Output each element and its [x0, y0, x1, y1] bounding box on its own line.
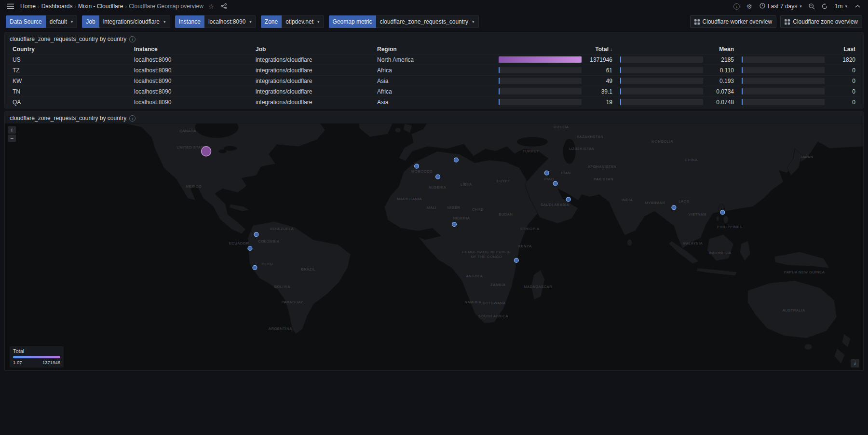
map-data-marker[interactable]: [544, 171, 549, 175]
variable-zone: Zone otlpdev.net▾: [261, 15, 324, 28]
borneo-landmass: [707, 234, 733, 261]
column-header-last[interactable]: Last: [738, 44, 859, 54]
cell-region: Asia: [373, 76, 495, 86]
cell-mean-value: 0.0748: [707, 99, 734, 106]
zoom-in-button[interactable]: +: [8, 126, 16, 134]
breadcrumb-separator: ›: [38, 3, 40, 9]
column-header-instance[interactable]: Instance: [130, 44, 252, 54]
map-country-label: MEXICO: [186, 184, 202, 189]
map-country-label: NIGER: [448, 205, 461, 210]
map-attribution-button[interactable]: i: [851, 359, 859, 367]
map-data-marker[interactable]: [248, 246, 252, 251]
link-cloudflare-worker-overview[interactable]: Cloudflare worker overview: [690, 15, 777, 28]
cell-mean-gauge: 0.0748: [616, 97, 738, 107]
link-cloudflare-zone-overview[interactable]: Cloudflare zone overview: [780, 15, 862, 28]
panel-info-icon[interactable]: i: [129, 115, 136, 122]
column-header-job[interactable]: Job: [252, 44, 373, 54]
breadcrumb: Home › Dashboards › Mixin - Cloudflare ›…: [20, 3, 203, 10]
variable-value-dropdown[interactable]: localhost:8090▾: [204, 15, 256, 28]
cell-country: TN: [9, 86, 130, 96]
cell-country: US: [9, 54, 130, 65]
panel-info-icon[interactable]: i: [129, 36, 136, 42]
dashboard-settings-button[interactable]: ⚙: [745, 1, 754, 11]
variable-label: Geomap metric: [329, 15, 376, 28]
breadcrumb-dashboards[interactable]: Dashboards: [41, 3, 73, 10]
map-data-marker[interactable]: [720, 210, 725, 215]
legend-max-value: 1371946: [42, 360, 60, 365]
legend-min-value: 1.07: [13, 360, 22, 365]
sort-desc-icon: ↓: [610, 47, 612, 52]
variable-value-dropdown[interactable]: integrations/cloudflare▾: [99, 15, 170, 28]
chevron-down-icon: ▾: [800, 4, 802, 9]
variable-value-dropdown[interactable]: otlpdev.net▾: [282, 15, 324, 28]
cell-mean-gauge: 2185: [616, 54, 738, 65]
column-header-country[interactable]: Country: [9, 44, 130, 54]
map-country-label: KENYA: [518, 244, 532, 248]
map-data-marker[interactable]: [202, 147, 211, 156]
favorite-star-button[interactable]: ☆: [206, 1, 216, 11]
zoom-out-time-button[interactable]: [807, 1, 817, 11]
sulawesi-landmass: [740, 241, 750, 261]
map-country-label: PARAGUAY: [282, 300, 303, 304]
cuba-landmass: [229, 204, 249, 211]
java-landmass: [696, 268, 737, 276]
breadcrumb-home[interactable]: Home: [20, 3, 36, 10]
variable-value-dropdown[interactable]: cloudflare_zone_requests_country▾: [376, 15, 479, 28]
share-button[interactable]: [219, 1, 229, 11]
tasmania-landmass: [804, 344, 812, 350]
map-data-marker[interactable]: [415, 164, 419, 168]
map-country-label: SAUDI ARABIA: [541, 203, 569, 207]
breadcrumb-separator: ›: [125, 3, 127, 9]
world-map[interactable]: CANADAUNITED STATESMEXICOVENEZUELACOLOMB…: [5, 123, 863, 370]
greenland-landmass: [359, 123, 393, 137]
zoom-out-button[interactable]: −: [8, 135, 16, 142]
column-header-region[interactable]: Region: [373, 44, 495, 54]
map-country-label: MONGOLIA: [651, 139, 673, 144]
map-data-marker[interactable]: [254, 232, 258, 237]
breadcrumb-folder[interactable]: Mixin - Cloudflare: [78, 3, 123, 10]
variable-value-dropdown[interactable]: default▾: [46, 15, 78, 28]
map-data-marker[interactable]: [435, 175, 440, 179]
refresh-interval-picker[interactable]: 1m ▾: [832, 1, 850, 12]
table: Country Instance Job Region Total↓ Mean …: [5, 44, 863, 107]
menu-toggle-button[interactable]: [6, 1, 15, 11]
map-country-label: ANGOLA: [466, 274, 483, 278]
chevron-down-icon: ▾: [71, 20, 73, 24]
panel-header[interactable]: cloudflare_zone_requests_country by coun…: [5, 112, 863, 123]
map-data-marker[interactable]: [566, 197, 570, 202]
cell-job: integrations/cloudflare: [252, 76, 373, 86]
map-country-label: VENEZUELA: [270, 227, 294, 231]
map-data-marker[interactable]: [553, 181, 557, 186]
cell-last-gauge: 0: [738, 86, 859, 96]
column-header-mean[interactable]: Mean: [616, 44, 738, 54]
variable-datasource: Data Source default▾: [6, 15, 77, 28]
column-header-total[interactable]: Total↓: [495, 44, 616, 54]
north-america-landmass: [124, 123, 326, 234]
table-panel: cloudflare_zone_requests_country by coun…: [4, 32, 864, 109]
map-data-marker[interactable]: [672, 205, 676, 210]
new-zealand-landmass: [842, 334, 851, 347]
variable-label: Job: [82, 15, 99, 28]
map-data-marker[interactable]: [452, 222, 456, 227]
map-data-marker[interactable]: [253, 265, 257, 270]
map-country-label: ETHIOPIA: [520, 227, 540, 231]
map-country-label: BRAZIL: [301, 267, 315, 272]
cell-country: TZ: [9, 65, 130, 75]
cell-instance: localhost:8090: [130, 97, 252, 107]
cell-country: KW: [9, 76, 130, 86]
map-country-label: OF THE CONGO: [471, 255, 502, 259]
map-data-marker[interactable]: [454, 158, 458, 162]
map-data-marker[interactable]: [514, 258, 518, 262]
table-row: TNlocalhost:8090integrations/cloudflareA…: [9, 86, 859, 96]
geomap-panel: cloudflare_zone_requests_country by coun…: [4, 111, 864, 371]
sri-lanka-landmass: [627, 239, 632, 246]
panel-header[interactable]: cloudflare_zone_requests_country by coun…: [5, 33, 863, 44]
refresh-button[interactable]: [820, 1, 829, 11]
map-country-label: IRAQ: [544, 177, 554, 181]
cell-job: integrations/cloudflare: [252, 86, 373, 96]
map-zoom-controls: + −: [8, 126, 16, 142]
time-range-picker[interactable]: Last 7 days ▾: [757, 1, 804, 12]
dashboard-insights-button[interactable]: i: [732, 1, 742, 11]
map-country-label: ZAMBIA: [490, 283, 505, 287]
collapse-navbar-button[interactable]: [853, 1, 862, 11]
